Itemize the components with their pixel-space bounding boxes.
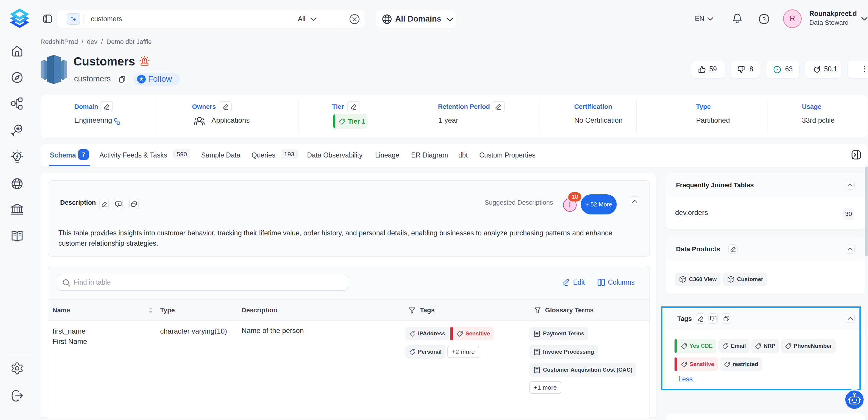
svg-text:?: ? [763, 16, 766, 22]
